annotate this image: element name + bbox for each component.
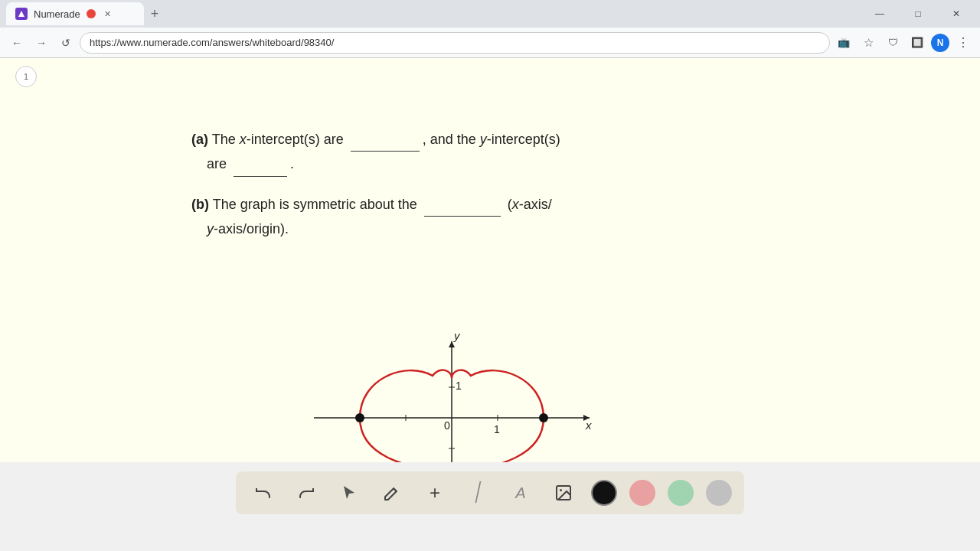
cursor-tool[interactable] [334,478,364,508]
navigation-bar: ← → ↺ https://www.numerade.com/answers/w… [0,28,980,58]
slide-number: 1 [24,72,28,81]
color-gray[interactable] [706,480,732,506]
undo-button[interactable] [248,478,279,508]
question-a: (a) The x-intercept(s) are , and the y-i… [191,127,903,177]
minimize-button[interactable]: — [862,2,897,26]
y-axis-label: y [453,334,461,342]
toolbar: + ╱ A [0,462,980,523]
user-avatar[interactable]: N [931,34,949,52]
question-b-y-italic: y [207,221,214,236]
redo-button[interactable] [291,478,322,508]
question-a-text5: are [191,156,230,171]
question-a-label: (a) [191,132,208,147]
pencil-tool[interactable] [377,478,407,508]
menu-icon[interactable]: ⋮ [952,32,974,54]
image-tool[interactable] [548,478,579,508]
slide-indicator: 1 [15,66,37,87]
blank-y-intercept [234,176,287,177]
x-axis-label: x [585,419,592,432]
bookmark-icon[interactable]: ☆ [858,32,879,54]
reload-button[interactable]: ↺ [55,32,77,54]
question-a-text1: The [212,132,240,147]
extension-icon-1[interactable]: 🛡 [882,32,903,54]
recording-dot [87,9,96,18]
address-bar[interactable]: https://www.numerade.com/answers/whitebo… [80,32,830,54]
question-a-y-italic: y [480,132,487,147]
svg-marker-11 [344,486,354,499]
svg-marker-4 [449,341,455,347]
question-a-text4: -intercept(s) [487,132,560,147]
question-b-text2: ( [504,197,512,212]
question-a-x-italic: x [240,132,247,147]
origin-label: 0 [444,419,450,432]
close-button[interactable]: ✕ [939,2,974,26]
question-b: (b) The graph is symmetric about the (x-… [191,192,903,242]
text-tool[interactable]: A [505,478,536,508]
color-black[interactable] [591,480,617,506]
active-tab[interactable]: Numerade ✕ [6,2,144,25]
cast-icon[interactable]: 📺 [833,32,854,54]
tab-title: Numerade [34,8,80,20]
svg-marker-0 [18,11,24,17]
extension-icon-2[interactable]: 🔲 [906,32,928,54]
tab-favicon [15,8,28,20]
add-tool[interactable]: + [420,478,450,508]
y-one-label: 1 [456,380,462,392]
svg-point-13 [560,489,562,491]
line-tool[interactable]: ╱ [459,474,497,512]
page-content: 1 (a) The x-intercept(s) are , and the y… [0,58,980,523]
toolbar-inner: + ╱ A [236,471,744,514]
blank-symmetry [424,216,501,217]
question-a-text6: . [290,156,294,171]
forward-button[interactable]: → [31,32,52,54]
math-content: (a) The x-intercept(s) are , and the y-i… [191,127,903,265]
question-b-x-italic: x [512,197,519,212]
right-intercept-dot [539,413,548,422]
new-tab-button[interactable]: + [144,3,165,24]
question-b-label: (b) [191,197,209,212]
color-pink[interactable] [629,480,655,506]
question-a-text3: , and the [423,132,480,147]
tab-close-button[interactable]: ✕ [102,8,114,20]
color-green[interactable] [668,480,694,506]
url-text: https://www.numerade.com/answers/whitebo… [90,37,334,48]
maximize-button[interactable]: □ [900,2,936,26]
x-one-label: 1 [494,423,500,435]
question-b-text4: -axis/origin). [214,221,289,236]
question-a-text2: -intercept(s) are [247,132,348,147]
left-intercept-dot [355,413,364,422]
question-b-text1: The graph is symmetric about the [213,197,421,212]
back-button[interactable]: ← [6,32,28,54]
blank-x-intercept [351,151,420,152]
